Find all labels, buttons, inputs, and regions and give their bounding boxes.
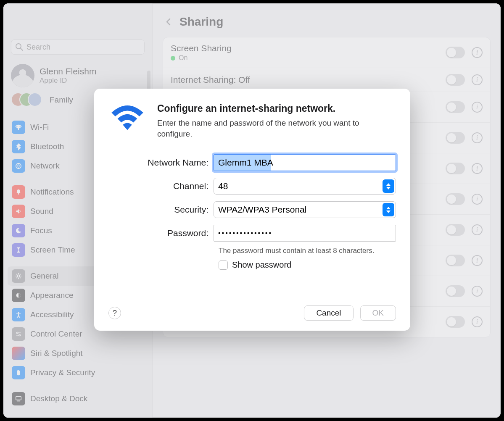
info-button[interactable]: i [472,316,483,327]
gear-icon [12,269,25,283]
sidebar-item-label: Control Center [30,329,82,339]
search-input[interactable] [11,39,145,55]
dialog-description: Enter the name and password of the netwo… [157,118,396,139]
page-title: Sharing [179,15,223,29]
channel-label: Channel: [108,181,214,191]
svg-rect-12 [16,397,21,400]
appearance-icon [12,289,25,302]
network-icon [12,159,25,173]
svg-point-5 [17,275,19,277]
moon-icon [12,224,25,237]
sidebar-item-label: Screen Time [30,245,75,255]
sidebar-item-label: Focus [30,226,52,235]
show-password-label: Show password [232,260,291,270]
sidebar-item-label: General [30,271,59,281]
toggle-media-sharing[interactable] [446,285,465,297]
siri-icon [12,347,25,360]
toggle[interactable] [446,255,465,266]
sharing-row-screen: Screen Sharing On i [163,37,490,68]
toggle-internet-sharing[interactable] [446,74,465,86]
bell-icon [12,185,25,199]
svg-point-2 [18,129,19,130]
svg-point-4 [18,193,19,195]
wifi-icon [12,121,25,134]
info-button[interactable]: i [472,286,483,297]
row-title: Screen Sharing [171,43,232,53]
toggle[interactable] [446,163,465,174]
avatar [11,64,34,87]
toggle-bluetooth-sharing[interactable] [446,316,465,328]
svg-point-7 [18,312,19,314]
row-title: Internet Sharing: Off [171,75,250,85]
user-name: Glenn Fleishm [40,66,96,76]
channel-select[interactable]: 48 [214,178,396,195]
apple-id-row[interactable]: Glenn Fleishm Apple ID [3,61,152,91]
dialog-title: Configure an internet-sharing network. [157,103,396,114]
svg-point-0 [16,44,21,49]
row-status: On [179,54,187,62]
toggle[interactable] [446,101,465,113]
toggle[interactable] [446,193,465,205]
hand-icon [12,366,25,379]
chevron-updown-icon [383,203,394,216]
speaker-icon [12,205,25,218]
info-button[interactable]: i [472,255,483,266]
sidebar-item-label: Siri & Spotlight [30,349,83,358]
network-name-input[interactable] [214,154,396,171]
sidebar-item-desktop[interactable]: Desktop & Dock [8,389,148,408]
sidebar-item-label: Sound [30,207,53,216]
toggle[interactable] [446,224,465,236]
sidebar-item-label: Wi-Fi [30,123,49,132]
svg-point-10 [19,334,21,336]
family-label: Family [50,95,73,105]
search-icon [15,43,24,53]
back-button[interactable] [164,18,173,26]
info-button[interactable]: i [472,194,483,205]
sidebar-item-privacy[interactable]: Privacy & Security [8,363,148,382]
control-center-icon [12,327,25,341]
info-button[interactable]: i [472,224,483,235]
sidebar-item-label: Desktop & Dock [30,394,87,403]
svg-point-8 [17,332,18,334]
network-name-label: Network Name: [108,158,214,168]
info-button[interactable]: i [472,132,483,143]
info-button[interactable]: i [472,102,483,113]
info-button[interactable]: i [472,74,483,85]
user-sub: Apple ID [40,76,96,85]
toggle-screen-sharing[interactable] [446,47,465,58]
password-label: Password: [108,228,214,238]
sidebar-item-siri[interactable]: Siri & Spotlight [8,344,148,363]
hourglass-icon [12,243,25,257]
family-avatars [11,92,45,108]
password-input[interactable] [214,225,396,242]
ok-button[interactable]: OK [360,305,396,321]
toggle[interactable] [446,132,465,144]
sidebar-item-label: Privacy & Security [30,368,95,377]
status-dot-icon [171,56,175,61]
info-button[interactable]: i [472,163,483,174]
wifi-large-icon [108,103,146,139]
svg-line-1 [21,48,23,50]
bluetooth-icon [12,140,25,153]
desktop-icon [12,392,25,405]
password-hint: The password must contain at least 8 cha… [219,247,396,255]
accessibility-icon [12,308,25,321]
help-button[interactable]: ? [108,307,121,319]
svg-rect-13 [17,401,20,402]
sidebar-item-label: Appearance [30,291,73,300]
security-label: Security: [108,205,214,215]
sidebar-item-label: Bluetooth [30,142,64,151]
info-button[interactable]: i [472,47,483,58]
sharing-row-internet: Internet Sharing: Off i [163,68,490,92]
internet-sharing-config-dialog: Configure an internet-sharing network. E… [94,89,410,331]
security-value: WPA2/WPA3 Personal [218,205,306,215]
sidebar-item-label: Accessibility [30,310,74,319]
security-select[interactable]: WPA2/WPA3 Personal [214,201,396,218]
cancel-button[interactable]: Cancel [304,305,353,321]
channel-value: 48 [218,181,228,191]
sidebar-item-label: Network [30,161,60,171]
chevron-updown-icon [383,179,394,193]
sidebar-item-label: Notifications [30,187,74,197]
show-password-checkbox[interactable] [219,260,228,270]
